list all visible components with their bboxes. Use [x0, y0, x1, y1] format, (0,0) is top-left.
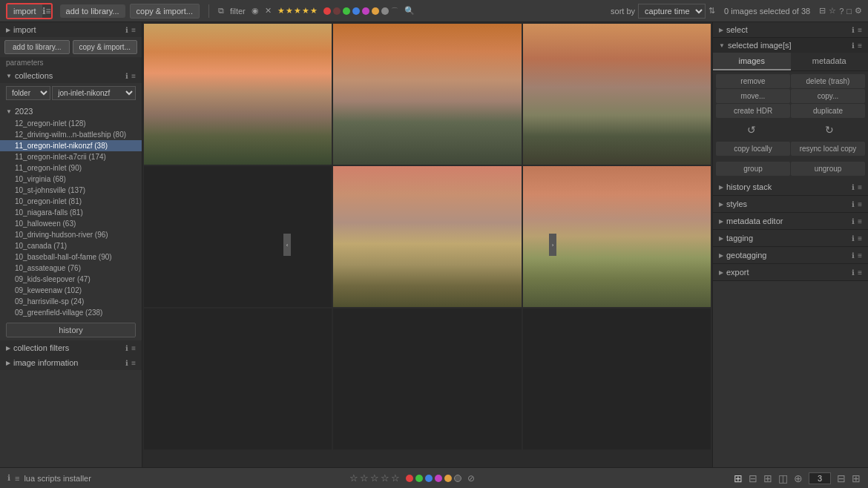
bottom-star-5[interactable]: ☆: [391, 472, 400, 484]
tree-item-15[interactable]: 09_keweenaw (102): [0, 285, 142, 296]
filter-color-green[interactable]: [343, 7, 350, 15]
section-info-5[interactable]: ℹ: [852, 268, 855, 277]
image-cell-8[interactable]: [523, 309, 711, 449]
tab-images[interactable]: images: [713, 53, 791, 70]
filter-shapes-arc[interactable]: ⌒: [391, 6, 398, 16]
filter-icon[interactable]: ⧉: [218, 6, 224, 16]
filter-star-1[interactable]: ★: [277, 6, 285, 16]
tree-item-12[interactable]: 10_baseball-hall-of-fame (90): [0, 251, 142, 263]
bottom-color-blue[interactable]: [425, 475, 433, 482]
culling-view-icon[interactable]: ◫: [778, 472, 788, 484]
collections-menu-icon[interactable]: ≡: [131, 72, 136, 80]
year-2023[interactable]: ▼ 2023: [0, 105, 142, 118]
copy-button[interactable]: copy...: [791, 89, 865, 103]
rotate-ccw-icon[interactable]: ↺: [747, 124, 756, 136]
compare-view-icon[interactable]: ⊟: [749, 472, 757, 484]
add-library-left-button[interactable]: add to library...: [4, 40, 70, 54]
filter-color-orange[interactable]: [372, 7, 379, 15]
image-cell-0[interactable]: [144, 24, 332, 165]
duplicate-button[interactable]: duplicate: [791, 104, 865, 118]
select-menu-icon[interactable]: ≡: [858, 26, 862, 34]
filter-eye-icon[interactable]: ◉: [251, 6, 259, 16]
tree-item-17[interactable]: 09_greenfield-village (238): [0, 307, 142, 318]
section-info-2[interactable]: ℹ: [852, 217, 855, 225]
right-section-header-5[interactable]: ▶ export ℹ ≡: [713, 264, 868, 280]
filter-color-blue[interactable]: [352, 7, 360, 15]
search-icon[interactable]: 🔍: [404, 6, 415, 16]
copy-import-button[interactable]: copy & import...: [130, 4, 200, 19]
section-menu-4[interactable]: ≡: [858, 251, 862, 260]
group-button[interactable]: group: [716, 162, 790, 176]
right-section-header-3[interactable]: ▶ tagging ℹ ≡: [713, 230, 868, 246]
image-cell-4[interactable]: [333, 166, 521, 307]
help-icon[interactable]: ?: [839, 7, 844, 16]
tree-item-9[interactable]: 10_halloween (63): [0, 218, 142, 229]
create-hdr-button[interactable]: create HDR: [716, 104, 790, 118]
cf-menu-icon[interactable]: ≡: [131, 344, 136, 352]
right-section-header-4[interactable]: ▶ geotagging ℹ ≡: [713, 247, 868, 263]
resync-button[interactable]: resync local copy: [791, 142, 865, 156]
bottom-star-4[interactable]: ☆: [381, 472, 389, 484]
zoom-in-icon[interactable]: ⊞: [852, 472, 861, 484]
settings-icon[interactable]: ⚙: [855, 6, 862, 16]
section-info-4[interactable]: ℹ: [852, 251, 855, 260]
page-number-input[interactable]: 3: [809, 472, 831, 484]
tree-item-1[interactable]: 12_driving-wilm...n-battleship (80): [0, 129, 142, 140]
import-section-header[interactable]: ▶ import ℹ ≡: [0, 22, 142, 37]
collections-info-icon[interactable]: ℹ: [125, 72, 128, 80]
filter-color-red[interactable]: [323, 7, 331, 15]
filter-color-gray[interactable]: [381, 7, 389, 15]
tree-item-16[interactable]: 09_harrisville-sp (24): [0, 296, 142, 307]
filter-color-red2[interactable]: [333, 7, 341, 15]
filter-star-2[interactable]: ★: [286, 6, 293, 16]
right-collapse-button[interactable]: ›: [549, 234, 556, 256]
section-menu-0[interactable]: ≡: [858, 183, 862, 191]
select-chevron[interactable]: ▶: [719, 27, 723, 33]
image-cell-2[interactable]: [523, 24, 711, 165]
right-section-header-0[interactable]: ▶ history stack ℹ ≡: [713, 179, 868, 195]
bottom-star-3[interactable]: ☆: [370, 472, 379, 484]
section-menu-3[interactable]: ≡: [858, 234, 862, 243]
tree-item-0[interactable]: 12_oregon-inlet (128): [0, 118, 142, 129]
bottom-color-orange[interactable]: [444, 475, 452, 482]
tree-item-11[interactable]: 10_canada (71): [0, 240, 142, 251]
sort-dropdown[interactable]: capture time: [638, 4, 706, 19]
tree-item-8[interactable]: 10_niagara-falls (81): [0, 207, 142, 218]
ungroup-button[interactable]: ungroup: [791, 162, 865, 176]
tree-item-13[interactable]: 10_assateague (76): [0, 263, 142, 274]
image-information-header[interactable]: ▶ image information ℹ ≡: [0, 355, 142, 370]
image-cell-6[interactable]: [144, 309, 332, 449]
bottom-reject-icon[interactable]: ⊘: [467, 473, 475, 484]
bottom-color-reject[interactable]: [454, 475, 461, 482]
left-collapse-button[interactable]: ‹: [283, 234, 291, 256]
rotate-cw-icon[interactable]: ↻: [825, 124, 834, 136]
bottom-color-red[interactable]: [406, 475, 413, 482]
bottom-color-purple[interactable]: [435, 475, 442, 482]
selected-info-icon[interactable]: ℹ: [852, 42, 855, 50]
map-view-icon[interactable]: ⊕: [794, 472, 803, 484]
folder-type-select[interactable]: folder: [6, 86, 50, 100]
tab-metadata[interactable]: metadata: [791, 53, 869, 70]
tree-item-7[interactable]: 10_oregon-inlet (81): [0, 196, 142, 207]
folder-value-select[interactable]: jon-inlet-nikonzf: [52, 86, 136, 100]
copy-import-left-button[interactable]: copy & import...: [73, 40, 138, 54]
bottom-star-2[interactable]: ☆: [360, 472, 369, 484]
tree-item-10[interactable]: 10_driving-hudson-river (96): [0, 229, 142, 240]
selected-menu-icon[interactable]: ≡: [858, 42, 862, 50]
zoom-out-icon[interactable]: ⊟: [837, 472, 846, 484]
image-cell-1[interactable]: [333, 24, 521, 165]
delete-trash-button[interactable]: delete (trash): [791, 74, 865, 88]
filter-color-purple[interactable]: [362, 7, 369, 15]
collections-section-header[interactable]: ▼ collections ℹ ≡: [0, 68, 142, 83]
section-info-3[interactable]: ℹ: [852, 234, 855, 243]
right-section-header-1[interactable]: ▶ styles ℹ ≡: [713, 196, 868, 212]
image-cell-7[interactable]: [333, 309, 521, 449]
tree-item-3[interactable]: 11_oregon-inlet-a7crii (174): [0, 151, 142, 162]
image-cell-3[interactable]: [144, 166, 332, 307]
right-section-header-2[interactable]: ▶ metadata editor ℹ ≡: [713, 213, 868, 229]
sort-direction-icon[interactable]: ⇅: [708, 6, 715, 16]
section-info-0[interactable]: ℹ: [852, 183, 855, 191]
move-button[interactable]: move...: [716, 89, 790, 103]
import-menu-icon-left[interactable]: ≡: [131, 26, 136, 34]
bottom-info-icon[interactable]: ℹ: [7, 473, 10, 483]
